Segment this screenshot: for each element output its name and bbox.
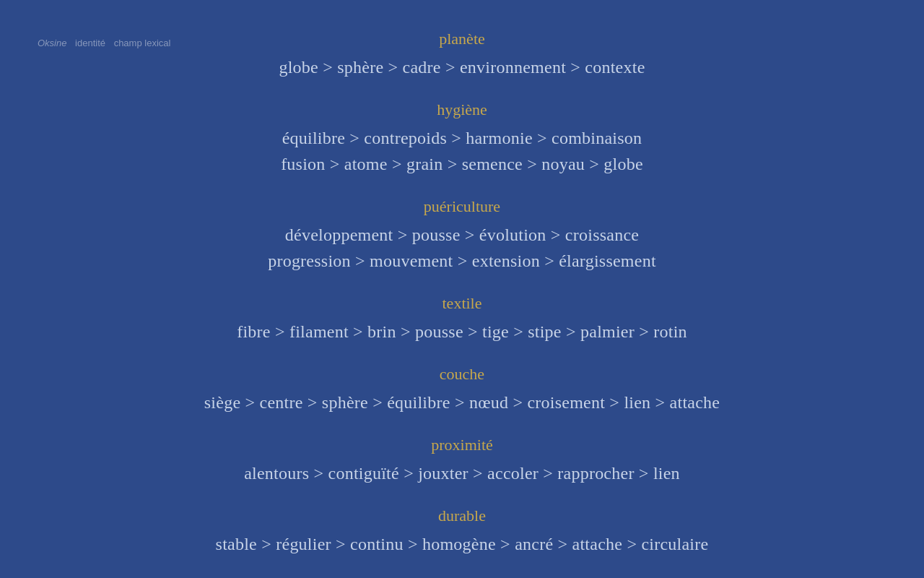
section-title-planete: planète: [279, 30, 645, 48]
section-title-durable: durable: [216, 506, 709, 525]
section-words-proximite: alentours > contiguïté > jouxter > accol…: [244, 460, 680, 486]
section-words-textile: fibre > filament > brin > pousse > tige …: [237, 319, 687, 345]
section-title-hygiene: hygiène: [281, 100, 643, 119]
breadcrumb-separator-2: [108, 38, 111, 48]
section-title-textile: textile: [237, 294, 687, 313]
breadcrumb: Oksine identité champ lexical: [38, 38, 170, 48]
section-hygiene: hygièneéquilibre > contrepoids > harmoni…: [281, 100, 643, 177]
section-title-proximite: proximité: [244, 436, 680, 454]
section-couche: couchesiège > centre > sphère > équilibr…: [204, 365, 720, 415]
breadcrumb-nav1: identité: [75, 38, 105, 48]
section-words-couche: siège > centre > sphère > équilibre > nœ…: [204, 389, 720, 415]
section-title-couche: couche: [204, 365, 720, 384]
main-content: planèteglobe > sphère > cadre > environn…: [0, 0, 924, 578]
section-durable: durablestable > régulier > continu > hom…: [216, 506, 709, 557]
section-planete: planèteglobe > sphère > cadre > environn…: [279, 30, 645, 80]
breadcrumb-separator-1: [69, 38, 72, 48]
section-words-hygiene: équilibre > contrepoids > harmonie > com…: [281, 125, 643, 177]
section-textile: textilefibre > filament > brin > pousse …: [237, 294, 687, 345]
brand-name: Oksine: [38, 38, 66, 48]
section-words-puericulture: développement > pousse > évolution > cro…: [268, 222, 656, 274]
section-proximite: proximitéalentours > contiguïté > jouxte…: [244, 436, 680, 486]
section-words-durable: stable > régulier > continu > homogène >…: [216, 531, 709, 557]
section-title-puericulture: puériculture: [268, 197, 656, 216]
breadcrumb-current: champ lexical: [114, 38, 171, 48]
section-words-planete: globe > sphère > cadre > environnement >…: [279, 54, 645, 80]
section-puericulture: puériculturedéveloppement > pousse > évo…: [268, 197, 656, 274]
